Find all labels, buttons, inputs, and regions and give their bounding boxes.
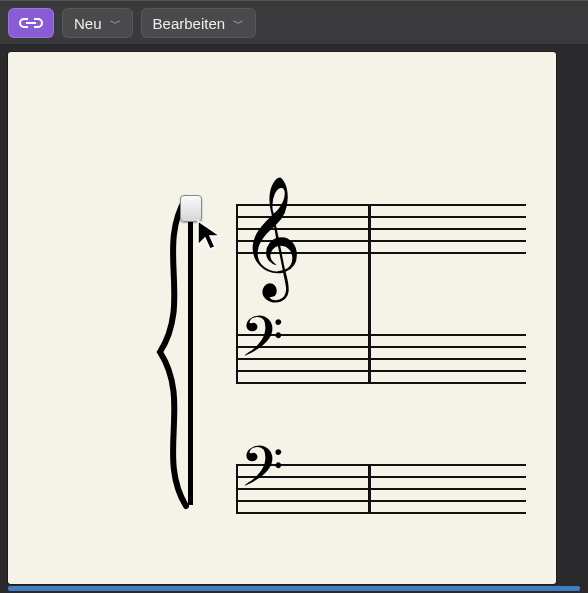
bracket-drag-handle[interactable] (180, 195, 202, 222)
bass-clef-icon: 𝄢 (240, 310, 284, 378)
staff-line (236, 512, 526, 514)
staff-line (236, 382, 526, 384)
playhead-region-bar[interactable] (8, 586, 580, 591)
new-menu-label: Neu (74, 15, 102, 32)
barline (368, 204, 371, 384)
system-barline (236, 464, 238, 514)
toolbar: Neu ﹀ Bearbeiten ﹀ (0, 0, 588, 46)
chevron-down-icon: ﹀ (233, 16, 244, 31)
edit-menu-label: Bearbeiten (153, 15, 226, 32)
score-editor-window: Neu ﹀ Bearbeiten ﹀ (0, 0, 588, 593)
treble-clef-icon: 𝄞 (240, 184, 302, 289)
score-page[interactable]: 𝄞 𝄢 𝄢 (8, 52, 556, 584)
system-barline (236, 204, 238, 384)
staff-bracket-line (188, 200, 193, 505)
chain-link-icon (18, 15, 44, 31)
new-menu-button[interactable]: Neu ﹀ (62, 8, 133, 38)
link-toggle-button[interactable] (8, 8, 54, 38)
edit-menu-button[interactable]: Bearbeiten ﹀ (141, 8, 257, 38)
barline (368, 464, 371, 514)
chevron-down-icon: ﹀ (110, 16, 121, 31)
bass-clef-icon: 𝄢 (240, 440, 284, 508)
canvas-area: 𝄞 𝄢 𝄢 (0, 44, 588, 593)
